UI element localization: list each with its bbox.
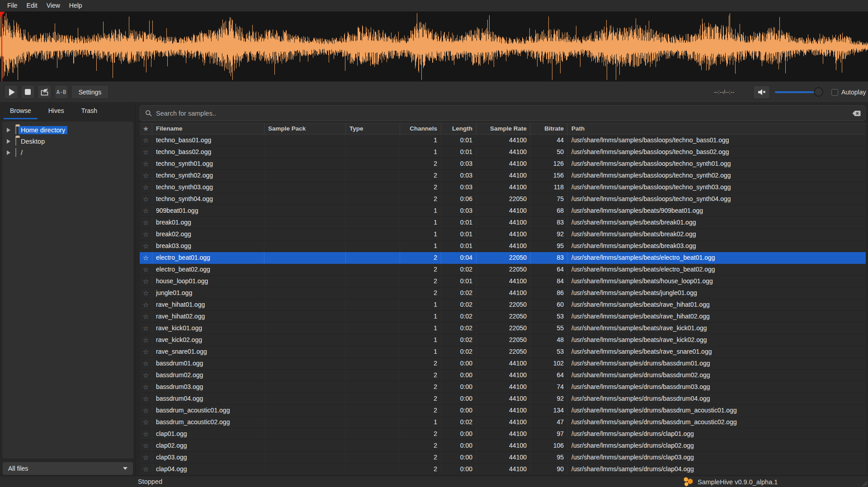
favorite-cell[interactable]: ☆ <box>140 334 152 346</box>
favorite-cell[interactable]: ☆ <box>140 464 152 475</box>
stop-button[interactable] <box>21 85 35 99</box>
star-outline-icon[interactable]: ☆ <box>143 371 149 379</box>
table-row[interactable]: ☆jungle01.ogg20:024410086/usr/share/lmms… <box>140 287 866 299</box>
star-outline-icon[interactable]: ☆ <box>143 172 149 179</box>
star-outline-icon[interactable]: ☆ <box>143 266 149 273</box>
star-outline-icon[interactable]: ☆ <box>143 360 149 367</box>
tab-trash[interactable]: Trash <box>74 102 104 120</box>
menu-item-help[interactable]: Help <box>65 0 87 11</box>
favorite-cell[interactable]: ☆ <box>140 299 152 310</box>
table-row[interactable]: ☆techno_synth02.ogg20:0344100156/usr/sha… <box>140 170 866 182</box>
table-row[interactable]: ☆house_loop01.ogg20:014410084/usr/share/… <box>140 276 866 287</box>
table-row[interactable]: ☆rave_hihat02.ogg10:022205053/usr/share/… <box>140 311 866 323</box>
favorite-cell[interactable]: ☆ <box>140 428 152 440</box>
favorite-cell[interactable]: ☆ <box>140 358 152 369</box>
column-header-type[interactable]: Type <box>346 123 400 134</box>
table-row[interactable]: ☆rave_snare01.ogg10:022205053/usr/share/… <box>140 346 866 358</box>
menu-item-view[interactable]: View <box>42 0 65 11</box>
favorite-cell[interactable]: ☆ <box>140 146 152 158</box>
table-row[interactable]: ☆bassdrum_acoustic01.ogg20:0044100134/us… <box>140 405 866 417</box>
favorite-cell[interactable]: ☆ <box>140 417 152 428</box>
table-row[interactable]: ☆techno_bass02.ogg10:014410050/usr/share… <box>140 146 866 158</box>
column-header-sample-rate[interactable]: Sample Rate <box>476 123 531 134</box>
tree-item-desktop[interactable]: Desktop <box>2 136 133 147</box>
table-row[interactable]: ☆techno_synth04.ogg20:062205075/usr/shar… <box>140 193 866 205</box>
star-outline-icon[interactable]: ☆ <box>143 430 149 438</box>
table-row[interactable]: ☆bassdrum01.ogg20:0044100102/usr/share/l… <box>140 358 866 370</box>
tree-item--[interactable]: / <box>2 147 133 158</box>
star-outline-icon[interactable]: ☆ <box>143 348 149 356</box>
favorite-cell[interactable]: ☆ <box>140 205 152 216</box>
column-header-favorite[interactable]: ★ <box>140 123 152 134</box>
column-header-filename[interactable]: Filename <box>152 123 264 134</box>
mute-button[interactable] <box>753 85 770 99</box>
table-row[interactable]: ☆clap04.ogg20:004410090/usr/share/lmms/s… <box>140 464 866 475</box>
table-row[interactable]: ☆techno_synth01.ogg20:0344100126/usr/sha… <box>140 158 866 170</box>
table-row[interactable]: ☆909beat01.ogg10:034410068/usr/share/lmm… <box>140 205 866 217</box>
star-outline-icon[interactable]: ☆ <box>143 148 149 156</box>
star-outline-icon[interactable]: ☆ <box>143 136 149 144</box>
resize-grip[interactable] <box>860 479 867 486</box>
play-button[interactable] <box>4 85 18 99</box>
favorite-cell[interactable]: ☆ <box>140 370 152 381</box>
table-row[interactable]: ☆bassdrum02.ogg20:004410064/usr/share/lm… <box>140 370 866 381</box>
table-row[interactable]: ☆rave_hihat01.ogg10:022205060/usr/share/… <box>140 299 866 311</box>
file-filter-dropdown[interactable]: All files <box>2 462 133 475</box>
favorite-cell[interactable]: ☆ <box>140 311 152 322</box>
column-header-bitrate[interactable]: Bitrate <box>531 123 568 134</box>
favorite-cell[interactable]: ☆ <box>140 287 152 299</box>
table-row[interactable]: ☆break01.ogg10:014410083/usr/share/lmms/… <box>140 217 866 229</box>
star-outline-icon[interactable]: ☆ <box>143 242 149 250</box>
favorite-cell[interactable]: ☆ <box>140 229 152 240</box>
expander-icon[interactable] <box>7 150 10 155</box>
favorite-cell[interactable]: ☆ <box>140 193 152 205</box>
menu-item-file[interactable]: File <box>3 0 22 11</box>
autoplay-checkbox[interactable] <box>831 89 838 96</box>
favorite-cell[interactable]: ☆ <box>140 170 152 181</box>
star-outline-icon[interactable]: ☆ <box>143 219 149 226</box>
star-outline-icon[interactable]: ☆ <box>143 195 149 203</box>
table-row[interactable]: ☆techno_bass01.ogg10:014410044/usr/share… <box>140 135 866 146</box>
star-outline-icon[interactable]: ☆ <box>143 395 149 403</box>
star-outline-icon[interactable]: ☆ <box>143 407 149 414</box>
table-row[interactable]: ☆rave_kick01.ogg10:022205055/usr/share/l… <box>140 323 866 334</box>
star-outline-icon[interactable]: ☆ <box>143 442 149 450</box>
column-header-sample-pack[interactable]: Sample Pack <box>264 123 346 134</box>
favorite-cell[interactable]: ☆ <box>140 276 152 287</box>
star-outline-icon[interactable]: ☆ <box>143 230 149 238</box>
star-outline-icon[interactable]: ☆ <box>143 324 149 332</box>
favorite-cell[interactable]: ☆ <box>140 440 152 451</box>
star-outline-icon[interactable]: ☆ <box>143 418 149 426</box>
favorite-cell[interactable]: ☆ <box>140 240 152 252</box>
star-outline-icon[interactable]: ☆ <box>143 277 149 285</box>
search-input[interactable] <box>156 110 852 117</box>
waveform-canvas[interactable] <box>0 12 868 81</box>
tree-item-home-directory[interactable]: Home directory <box>2 124 133 136</box>
table-row[interactable]: ☆break03.ogg10:014410095/usr/share/lmms/… <box>140 240 866 252</box>
favorite-cell[interactable]: ☆ <box>140 264 152 275</box>
star-outline-icon[interactable]: ☆ <box>143 207 149 215</box>
table-row[interactable]: ☆electro_beat01.ogg20:042205083/usr/shar… <box>140 252 866 264</box>
favorite-cell[interactable]: ☆ <box>140 252 152 263</box>
loop-sample-button[interactable] <box>38 85 52 99</box>
tab-browse[interactable]: Browse <box>3 102 38 120</box>
table-row[interactable]: ☆bassdrum_acoustic02.ogg10:024410047/usr… <box>140 417 866 428</box>
star-outline-icon[interactable]: ☆ <box>143 160 149 168</box>
star-outline-icon[interactable]: ☆ <box>143 336 149 344</box>
table-row[interactable]: ☆techno_synth03.ogg20:0344100118/usr/sha… <box>140 182 866 193</box>
column-header-length[interactable]: Length <box>441 123 476 134</box>
expander-icon[interactable] <box>7 128 10 132</box>
table-row[interactable]: ☆clap02.ogg20:0044100106/usr/share/lmms/… <box>140 440 866 452</box>
favorite-cell[interactable]: ☆ <box>140 158 152 169</box>
clear-search-icon[interactable] <box>852 110 861 117</box>
table-row[interactable]: ☆break02.ogg10:014410092/usr/share/lmms/… <box>140 229 866 240</box>
menu-item-edit[interactable]: Edit <box>22 0 42 11</box>
favorite-cell[interactable]: ☆ <box>140 217 152 228</box>
waveform-panel[interactable] <box>0 12 868 81</box>
table-row[interactable]: ☆rave_kick02.ogg10:022205048/usr/share/l… <box>140 334 866 346</box>
favorite-cell[interactable]: ☆ <box>140 393 152 404</box>
star-outline-icon[interactable]: ☆ <box>143 383 149 391</box>
favorite-cell[interactable]: ☆ <box>140 452 152 463</box>
favorite-cell[interactable]: ☆ <box>140 135 152 146</box>
favorite-cell[interactable]: ☆ <box>140 381 152 393</box>
